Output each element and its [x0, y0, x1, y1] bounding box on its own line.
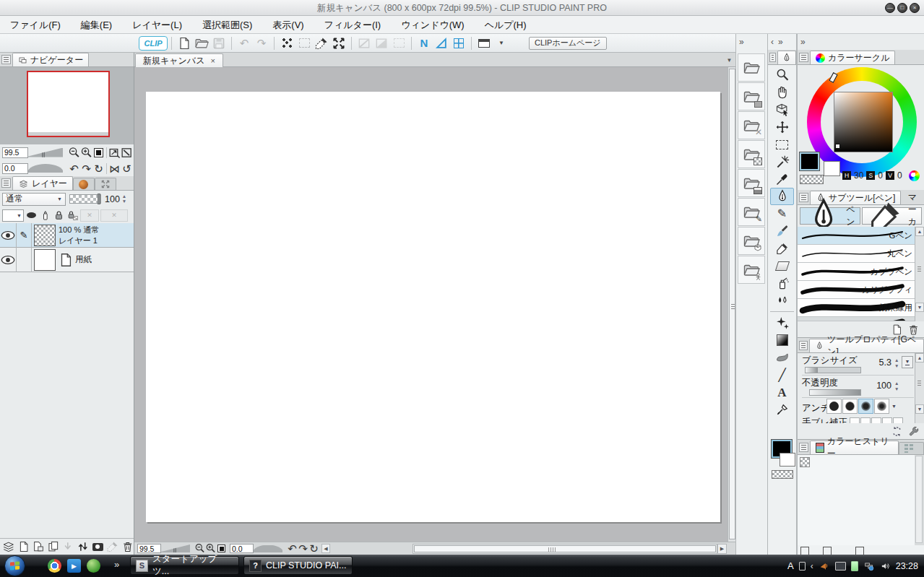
zoom-reset-icon[interactable]: [108, 147, 121, 159]
status-zoom-in-icon[interactable]: [205, 543, 216, 554]
layer-visible-icon[interactable]: [0, 248, 17, 272]
close-button[interactable]: ×: [910, 3, 920, 13]
layer-visible-icon[interactable]: [0, 223, 17, 248]
navigator-canvas-thumbnail[interactable]: [27, 71, 110, 137]
subtool-group-marker[interactable]: マーカー: [862, 207, 923, 225]
lock-layer-icon[interactable]: [53, 209, 65, 221]
tab-tool[interactable]: [777, 51, 796, 64]
expand-dock-icon[interactable]: »: [739, 37, 744, 47]
tab-tool-property[interactable]: ツールプロパティ[Gペン]: [809, 339, 924, 352]
redo-icon[interactable]: ↷: [254, 36, 269, 51]
fit-to-screen-icon[interactable]: [92, 147, 105, 159]
tool-zoom[interactable]: [770, 66, 794, 84]
layer-color-select[interactable]: ▼: [2, 209, 24, 222]
color-mode-toggle-icon[interactable]: [909, 170, 920, 181]
brush-size-preset-icon[interactable]: ▼: [902, 356, 913, 368]
close-tab-icon[interactable]: ×: [210, 56, 215, 65]
ime-indicator[interactable]: A: [787, 560, 794, 571]
brush-size-value[interactable]: 5.3: [871, 357, 891, 368]
menu-file[interactable]: ファイル(F): [0, 16, 71, 34]
menu-view[interactable]: 表示(V): [262, 16, 314, 34]
deselect-icon[interactable]: [297, 36, 311, 51]
layer-opacity-spinner[interactable]: ▲▼: [122, 194, 126, 204]
audio-device-icon[interactable]: [819, 560, 830, 572]
tool-eraser[interactable]: [770, 257, 794, 274]
subtool-item-calligraphy[interactable]: カリグラフィ: [798, 281, 915, 299]
undo-icon[interactable]: ↶: [237, 36, 251, 51]
snap-ruler-icon[interactable]: N: [417, 36, 431, 51]
lock-transparent-icon[interactable]: [66, 209, 79, 221]
transfer-down-icon[interactable]: [61, 540, 74, 553]
menu-selection[interactable]: 選択範囲(S): [192, 16, 262, 34]
menu-window[interactable]: ウィンドウ(W): [391, 16, 474, 34]
document-tab[interactable]: 新規キャンバス ×: [135, 53, 223, 67]
swatch-red[interactable]: [800, 547, 809, 555]
antialias-strong[interactable]: [874, 399, 889, 414]
background-color-swatch[interactable]: [824, 161, 840, 176]
navigator-zoom-slider[interactable]: [28, 148, 63, 157]
volume-icon[interactable]: [880, 561, 891, 571]
tool-property-scrollbar[interactable]: ▲ ▼: [915, 353, 924, 423]
tool-airbrush[interactable]: [770, 274, 794, 292]
material-folder-open[interactable]: [738, 53, 765, 82]
opacity-value[interactable]: 100: [871, 381, 891, 391]
tool-figure[interactable]: ╱: [770, 366, 794, 383]
actual-size-icon[interactable]: [121, 147, 133, 159]
tab-color-circle[interactable]: カラーサークル: [810, 51, 895, 64]
tool-decoration[interactable]: [770, 314, 794, 331]
layer-row-1[interactable]: ✎ 100 % 通常 レイヤー 1: [0, 223, 134, 248]
tool-brush[interactable]: [770, 222, 794, 240]
menu-filter[interactable]: フィルター(I): [314, 16, 392, 34]
merge-down-icon[interactable]: [77, 540, 90, 553]
navigator-preview[interactable]: [0, 67, 134, 144]
tool-marker[interactable]: [770, 240, 794, 257]
pin-icon[interactable]: [39, 209, 51, 221]
new-folder-icon[interactable]: [47, 540, 60, 553]
foreground-color-swatch[interactable]: [800, 152, 819, 170]
tool-operation[interactable]: [770, 101, 794, 118]
ruler-icon[interactable]: [106, 540, 119, 553]
brush-size-spinner[interactable]: ▲▼: [894, 358, 899, 368]
tool-gradient[interactable]: [770, 331, 794, 349]
material-folder-image[interactable]: [738, 82, 765, 110]
material-folder-picture[interactable]: [738, 169, 765, 197]
display-icon[interactable]: [835, 562, 846, 571]
expand-dock-icon[interactable]: »: [800, 37, 806, 47]
color-history-scrollbar[interactable]: [915, 455, 924, 545]
layer-name[interactable]: 用紙: [75, 254, 92, 265]
tab-layer[interactable]: レイヤー: [12, 176, 73, 190]
delete-layer-icon[interactable]: [121, 540, 134, 553]
sv-cursor[interactable]: [835, 144, 840, 149]
crop-icon[interactable]: [357, 36, 371, 51]
subtool-item-kabura-pen[interactable]: カブラペン: [798, 263, 915, 281]
menu-help[interactable]: ヘルプ(H): [475, 16, 537, 34]
tray-expand-icon[interactable]: ‹: [811, 561, 813, 571]
tool-fill[interactable]: [770, 349, 794, 366]
workspace-window-icon[interactable]: [477, 36, 491, 51]
antialias-middle[interactable]: [858, 399, 873, 414]
reset-view-icon[interactable]: ↺: [121, 162, 133, 175]
tool-pencil[interactable]: ✎: [770, 205, 794, 222]
status-rotation-value[interactable]: 0.0: [230, 544, 254, 553]
swatch-blue[interactable]: [855, 547, 864, 555]
material-folder-pose[interactable]: [738, 256, 765, 284]
menu-edit[interactable]: 編集(E): [71, 16, 122, 34]
status-rotate-reset-icon[interactable]: ↻: [308, 543, 319, 554]
tool-hand[interactable]: [770, 84, 794, 101]
brush-size-slider[interactable]: [805, 367, 861, 373]
stabilization-boxes[interactable]: [850, 417, 903, 423]
save-file-icon[interactable]: [212, 36, 226, 51]
ruler-range-icon[interactable]: ✕: [100, 209, 128, 222]
transparent-color-swatch[interactable]: [800, 175, 824, 184]
tool-eyedropper[interactable]: [770, 170, 794, 188]
tool-selection[interactable]: [770, 136, 794, 153]
background-color-swatch[interactable]: [780, 453, 795, 467]
rotate-reset-icon[interactable]: ↻: [92, 162, 105, 175]
new-layer-icon[interactable]: [17, 540, 30, 553]
antialias-dropdown-icon[interactable]: ▼: [891, 404, 897, 409]
media-player-icon[interactable]: ▶: [67, 559, 81, 573]
scroll-right-icon[interactable]: ▶: [717, 544, 727, 554]
status-zoom-out-icon[interactable]: [194, 543, 205, 554]
layer-name[interactable]: レイヤー 1: [59, 235, 99, 246]
selection-launcher-icon[interactable]: [392, 36, 406, 51]
